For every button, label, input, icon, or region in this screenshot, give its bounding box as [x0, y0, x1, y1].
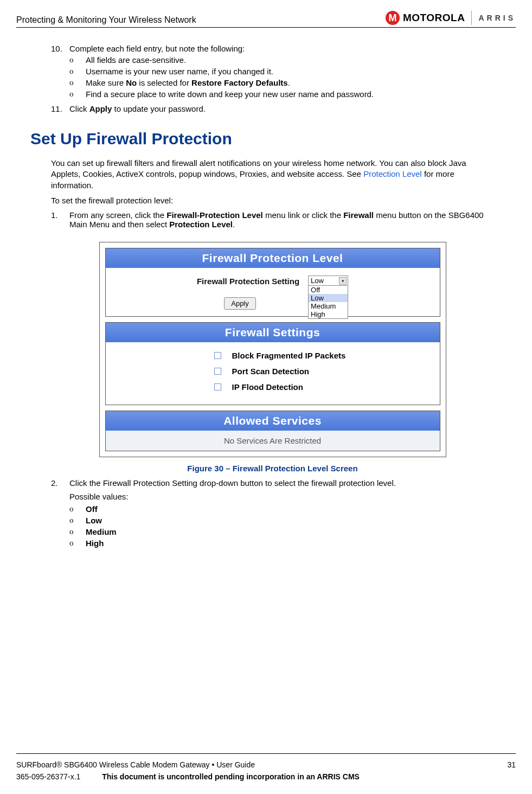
select-option[interactable]: High [309, 310, 348, 318]
list-item: οFind a secure place to write down and k… [69, 89, 494, 99]
section-heading: Set Up Firewall Protection [30, 130, 494, 148]
possible-values-lead: Possible values: [69, 492, 494, 501]
setting-label: Block Fragmented IP Packets [232, 351, 346, 360]
checkbox-block-fragmented[interactable] [214, 352, 221, 359]
motorola-icon: M [386, 11, 400, 25]
list-item: οOff [69, 504, 494, 514]
panel-title: Firewall Settings [106, 323, 440, 342]
step-number: 2. [51, 478, 69, 550]
step-2: 2. Click the Firewall Protection Setting… [51, 478, 494, 550]
motorola-logo: M MOTOROLA [386, 11, 465, 25]
setting-row: Port Scan Detection [127, 363, 418, 379]
page-header: Protecting & Monitoring Your Wireless Ne… [16, 0, 516, 28]
list-item: οAll fields are case-sensitive. [69, 55, 494, 65]
panel-protection-level: Firewall Protection Level Firewall Prote… [105, 248, 440, 317]
protection-setting-label: Firewall Protection Setting [197, 276, 299, 286]
list-item: οUsername is your new user name, if you … [69, 67, 494, 76]
chevron-down-icon[interactable]: ▾ [339, 277, 347, 285]
steps-bottom: 2. Click the Firewall Protection Setting… [51, 478, 494, 550]
protection-level-link[interactable]: Protection Level [363, 169, 422, 178]
possible-values-list: οOff οLow οMedium οHigh [69, 504, 494, 548]
setting-label: Port Scan Detection [232, 367, 310, 376]
steps-mid: 1. From any screen, click the Firewall-P… [51, 210, 494, 229]
panel-title: Firewall Protection Level [106, 248, 440, 268]
step-11: 11. Click Apply to update your password. [51, 104, 494, 113]
select-current[interactable]: Low ▾ [309, 276, 348, 286]
list-item: οHigh [69, 539, 494, 548]
step-1: 1. From any screen, click the Firewall-P… [51, 210, 494, 229]
figure-frame: Firewall Protection Level Firewall Prote… [99, 242, 446, 457]
figure-caption: Figure 30 – Firewall Protection Level Sc… [51, 464, 494, 473]
setting-row: Block Fragmented IP Packets [127, 348, 418, 363]
setting-row: IP Flood Detection [127, 379, 418, 395]
intro-paragraph: You can set up firewall filters and fire… [51, 158, 494, 191]
footer-docnum: 365-095-26377-x.1 [16, 772, 80, 781]
step-text: Click the Firewall Protection Setting dr… [69, 478, 396, 488]
list-item: οMedium [69, 527, 494, 536]
allowed-services-text: No Services Are Restricted [106, 431, 440, 451]
arris-text: ARRIS [478, 14, 516, 22]
page-footer: SURFboard® SBG6400 Wireless Cable Modem … [16, 753, 516, 781]
header-logos: M MOTOROLA ARRIS [386, 11, 516, 25]
header-title: Protecting & Monitoring Your Wireless Ne… [16, 15, 196, 25]
step-10: 10. Complete each field entry, but note … [51, 44, 494, 101]
figure-30: Firewall Protection Level Firewall Prote… [51, 242, 494, 473]
step-number: 11. [51, 104, 69, 113]
footer-notice: This document is uncontrolled pending in… [102, 772, 360, 781]
select-option[interactable]: Medium [309, 302, 348, 310]
select-option[interactable]: Off [309, 286, 348, 294]
step-10-sublist: οAll fields are case-sensitive. οUsernam… [69, 55, 494, 99]
panel-firewall-settings: Firewall Settings Block Fragmented IP Pa… [105, 322, 440, 405]
checkbox-ip-flood[interactable] [214, 383, 221, 390]
step-text: Complete each field entry, but note the … [69, 44, 245, 53]
list-item: ο Make sure No is selected for Restore F… [69, 78, 494, 87]
panel-title: Allowed Services [106, 411, 440, 431]
page-number: 31 [507, 760, 516, 769]
footer-product: SURFboard® SBG6400 Wireless Cable Modem … [16, 760, 255, 769]
apply-button[interactable]: Apply [224, 297, 256, 310]
steps-top: 10. Complete each field entry, but note … [51, 44, 494, 113]
checkbox-port-scan[interactable] [214, 368, 221, 375]
page-content: 10. Complete each field entry, but note … [16, 28, 516, 550]
step-number: 10. [51, 44, 69, 101]
list-item: οLow [69, 516, 494, 525]
setting-label: IP Flood Detection [232, 382, 303, 392]
protection-setting-select[interactable]: Low ▾ Off Low Medium High [308, 276, 348, 319]
select-option[interactable]: Low [309, 294, 348, 302]
motorola-text: MOTOROLA [403, 12, 465, 24]
panel-allowed-services: Allowed Services No Services Are Restric… [105, 411, 440, 451]
step-number: 1. [51, 210, 69, 229]
intro-lead: To set the firewall protection level: [51, 195, 494, 206]
logo-divider [471, 11, 472, 25]
